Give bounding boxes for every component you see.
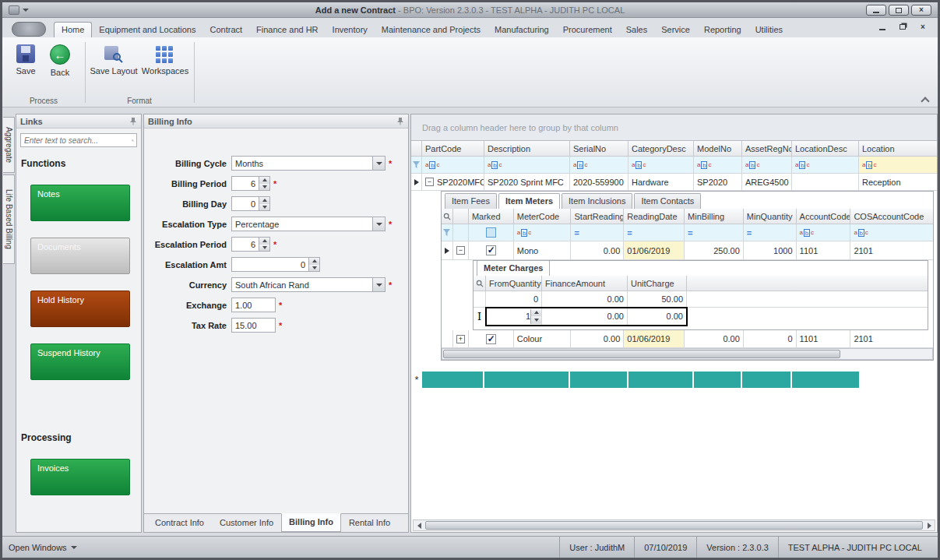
ribbon-tab-inventory[interactable]: Inventory: [326, 23, 375, 37]
mdi-restore-button[interactable]: [896, 21, 910, 33]
column-header-financeamount[interactable]: FinanceAmount: [542, 276, 628, 291]
cell-minbilling[interactable]: 0.00: [685, 330, 744, 348]
table-row[interactable]: − Mono 0.00 01/06/2019 250.00 1000 1101 …: [442, 241, 933, 260]
minimize-button[interactable]: [866, 5, 886, 16]
ribbon-tab-utilities[interactable]: Utilities: [748, 23, 790, 37]
new-cell-modelno[interactable]: [694, 372, 742, 388]
scroll-left-button[interactable]: [414, 520, 424, 530]
cell-fromquantity[interactable]: 0: [486, 291, 542, 308]
chevron-down-icon[interactable]: [372, 217, 385, 231]
table-row[interactable]: + Colour 0.00 01/06/2019 0.00 0 1101 210…: [442, 330, 933, 348]
column-header-minbilling[interactable]: MinBilling: [685, 209, 744, 224]
cell-metercode[interactable]: Colour: [514, 330, 572, 348]
cell-cosaccountcode[interactable]: 2101: [850, 241, 933, 260]
table-row[interactable]: −SP2020MFC SP2020 Sprint MFC 2020-559900…: [411, 174, 937, 191]
side-tab-life-based-billing[interactable]: Life Based Billing: [3, 174, 15, 264]
filter-cell-locationdesc[interactable]: [792, 157, 859, 174]
close-button[interactable]: ×: [911, 5, 931, 16]
cell-startreading[interactable]: 0.00: [571, 330, 624, 348]
workspaces-button[interactable]: Workspaces: [141, 41, 189, 93]
new-cell-categorydesc[interactable]: [628, 372, 694, 388]
new-cell-location[interactable]: [859, 372, 937, 388]
cell-minquantity[interactable]: 0: [744, 330, 797, 348]
charges-header-search[interactable]: [474, 276, 486, 291]
checked-checkbox[interactable]: [486, 334, 496, 344]
filter-cell-minbilling[interactable]: =: [685, 224, 744, 241]
cell-financeamount[interactable]: 0.00: [542, 291, 628, 308]
hold-history-button[interactable]: Hold History: [30, 291, 130, 327]
ribbon-tab-procurement[interactable]: Procurement: [556, 23, 619, 37]
ribbon-tab-manufacturing[interactable]: Manufacturing: [488, 23, 556, 37]
cell-serialno[interactable]: 2020-559900: [570, 174, 628, 191]
collapse-row-icon[interactable]: −: [425, 178, 434, 186]
scrollbar-thumb[interactable]: [425, 521, 923, 530]
filter-cell-accountcode[interactable]: [797, 224, 851, 241]
tab-customer-info[interactable]: Customer Info: [212, 514, 281, 532]
spin-buttons-icon[interactable]: [308, 258, 319, 271]
group-by-box[interactable]: Drag a column header here to group by th…: [411, 114, 937, 141]
detail-horizontal-scrollbar[interactable]: [442, 348, 933, 360]
spin-buttons-icon[interactable]: [259, 177, 269, 190]
invoices-button[interactable]: Invoices: [30, 459, 130, 495]
meters-header-search[interactable]: [442, 209, 453, 224]
open-windows-dropdown[interactable]: Open Windows: [9, 543, 77, 552]
application-menu-button[interactable]: [12, 22, 46, 37]
table-row-editing[interactable]: I 1 0.00 0.00: [474, 308, 928, 326]
cell-financeamount[interactable]: 0.00: [542, 308, 628, 326]
cell-location[interactable]: Reception: [859, 174, 937, 191]
cell-categorydesc[interactable]: Hardware: [628, 174, 694, 191]
ribbon-tab-reporting[interactable]: Reporting: [697, 23, 748, 37]
escalation-type-dropdown[interactable]: Percentage: [231, 217, 386, 231]
column-header-locationdesc[interactable]: LocationDesc: [792, 141, 859, 157]
column-header-accountcode[interactable]: AccountCode: [797, 209, 851, 224]
cell-locationdesc[interactable]: [792, 174, 859, 191]
billing-period-stepper[interactable]: 6: [231, 176, 270, 191]
filter-cell-categorydesc[interactable]: [628, 157, 694, 174]
spin-buttons-icon[interactable]: [259, 197, 269, 210]
cell-startreading[interactable]: 0.00: [571, 241, 624, 260]
save-layout-button[interactable]: Save Layout: [90, 41, 138, 93]
ribbon-tab-maintenance-and-projects[interactable]: Maintenance and Projects: [375, 23, 488, 37]
column-header-cosaccountcode[interactable]: COSAccountCode: [850, 209, 933, 224]
filter-cell-partcode[interactable]: [422, 157, 484, 174]
escalation-amt-stepper[interactable]: 0: [231, 257, 320, 272]
grid-horizontal-scrollbar[interactable]: [413, 519, 935, 531]
tab-rental-info[interactable]: Rental Info: [341, 514, 398, 532]
new-cell-assetregno[interactable]: [742, 372, 792, 388]
tab-meter-charges[interactable]: Meter Charges: [477, 260, 550, 276]
notes-button[interactable]: Notes: [30, 185, 130, 221]
collapse-row-icon[interactable]: −: [456, 246, 465, 255]
ribbon-tab-home[interactable]: Home: [54, 22, 92, 37]
new-cell-description[interactable]: [484, 372, 570, 388]
checked-checkbox[interactable]: [486, 245, 496, 255]
column-header-minquantity[interactable]: MinQuantity: [744, 209, 797, 224]
column-header-location[interactable]: Location: [859, 141, 937, 157]
chevron-down-icon[interactable]: [372, 278, 385, 291]
filter-cell-location[interactable]: [859, 157, 937, 174]
documents-button[interactable]: Documents: [30, 238, 130, 274]
maximize-button[interactable]: [889, 5, 909, 16]
escalation-period-stepper[interactable]: 6: [231, 237, 270, 252]
column-header-categorydesc[interactable]: CategoryDesc: [628, 141, 694, 157]
table-row[interactable]: 0 0.00 50.00: [474, 291, 928, 308]
billing-cycle-dropdown[interactable]: Months: [231, 156, 386, 171]
ribbon-tab-service[interactable]: Service: [654, 23, 697, 37]
exchange-field[interactable]: 1.00: [231, 298, 276, 312]
suspend-history-button[interactable]: Suspend History: [30, 343, 130, 380]
column-header-startreading[interactable]: StartReading: [571, 209, 624, 224]
tab-item-contacts[interactable]: Item Contacts: [634, 193, 701, 209]
search-input[interactable]: [21, 136, 132, 145]
currency-dropdown[interactable]: South African Rand: [231, 277, 386, 292]
tab-item-inclusions[interactable]: Item Inclusions: [562, 193, 632, 209]
cell-description[interactable]: SP2020 Sprint MFC: [484, 174, 570, 191]
cell-assetregno[interactable]: AREG4500: [742, 174, 792, 191]
ribbon-collapse-icon[interactable]: [921, 97, 929, 105]
mdi-minimize-button[interactable]: [875, 21, 889, 33]
filter-cell-metercode[interactable]: [514, 224, 572, 241]
filter-cell-marked[interactable]: [469, 224, 514, 241]
chevron-down-icon[interactable]: [23, 9, 29, 12]
cell-readingdate[interactable]: 01/06/2019: [624, 241, 685, 260]
filter-cell-minquantity[interactable]: =: [744, 224, 797, 241]
spin-buttons-icon[interactable]: [259, 238, 269, 251]
column-header-readingdate[interactable]: ReadingDate: [624, 209, 685, 224]
